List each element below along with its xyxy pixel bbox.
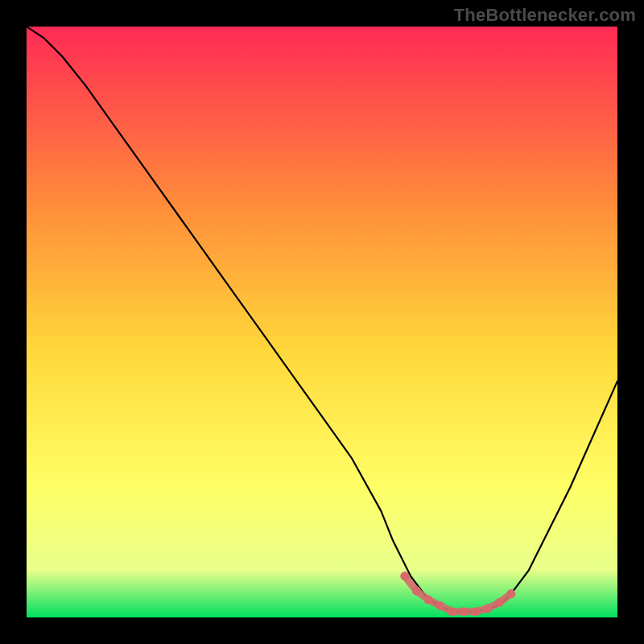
optimal-marker-dot xyxy=(412,587,421,596)
chart-svg xyxy=(27,27,617,617)
optimal-marker-dot xyxy=(471,607,480,616)
optimal-marker-dot xyxy=(400,572,409,580)
optimal-marker-dot xyxy=(460,607,469,616)
optimal-marker-dot xyxy=(495,598,504,607)
optimal-marker-dot xyxy=(424,596,433,605)
chart-frame: TheBottleneсker.com xyxy=(0,0,644,644)
watermark-text: TheBottleneсker.com xyxy=(454,5,636,26)
optimal-marker-dot xyxy=(448,607,456,616)
plot-area xyxy=(27,27,617,617)
gradient-background xyxy=(27,27,617,617)
optimal-marker-dot xyxy=(506,589,515,598)
optimal-marker-dot xyxy=(436,601,444,610)
optimal-marker-dot xyxy=(483,605,492,613)
